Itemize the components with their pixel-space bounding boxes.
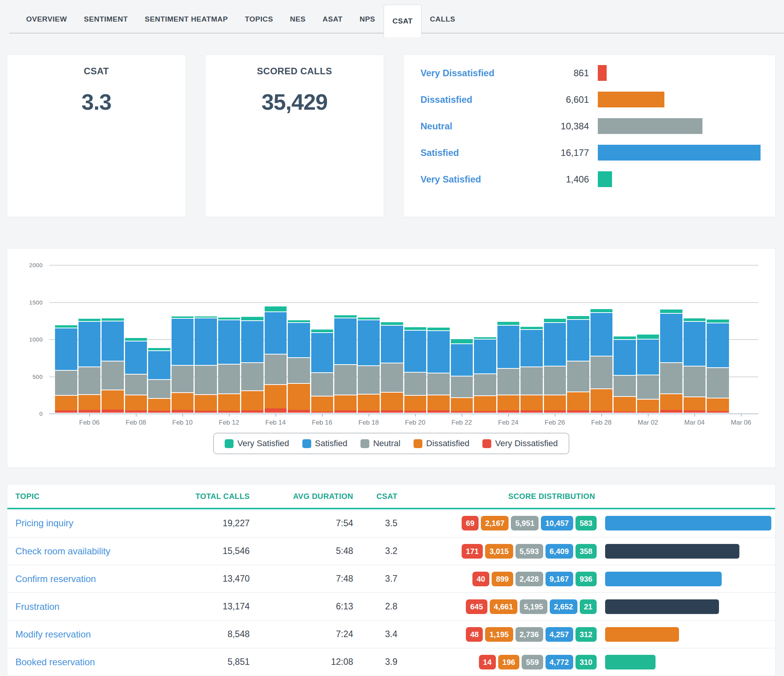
stacked-bar-mar-05 xyxy=(707,319,729,413)
x-axis-label: Feb 16 xyxy=(312,419,332,427)
tab-calls[interactable]: CALLS xyxy=(422,5,464,33)
score-badge: 4,257 xyxy=(545,627,573,642)
x-axis-tick xyxy=(694,413,695,417)
topic-link[interactable]: Modify reservation xyxy=(15,629,154,640)
tab-overview[interactable]: OVERVIEW xyxy=(18,5,75,33)
avg-duration-value: 7:24 xyxy=(250,629,353,639)
scored-calls-card-value: 35,429 xyxy=(205,89,384,115)
topic-link[interactable]: Booked reservation xyxy=(15,657,154,668)
calls-volume-bar xyxy=(605,572,722,586)
avg-duration-value: 5:48 xyxy=(250,546,353,556)
bar-segment-very-dissatisfied xyxy=(358,411,380,413)
bar-segment-very-satisfied xyxy=(591,308,613,312)
x-axis-label: Mar 04 xyxy=(684,419,705,427)
bar-segment-neutral xyxy=(55,370,77,395)
x-axis-tick xyxy=(229,413,230,417)
bar-segment-satisfied xyxy=(195,318,217,365)
csat-card-value: 3.3 xyxy=(7,89,185,115)
score-badge: 312 xyxy=(575,627,597,642)
bar-segment-dissatisfied xyxy=(241,390,264,410)
distribution-row: Very Satisfied1,406 xyxy=(404,166,775,192)
bar-segment-dissatisfied xyxy=(520,395,543,410)
stacked-bar-feb-26 xyxy=(544,318,566,413)
score-badge: 5,195 xyxy=(520,599,547,614)
col-header-avg-duration: AVG DURATION xyxy=(250,492,353,501)
y-axis-label: 1500 xyxy=(12,299,43,305)
bar-segment-satisfied xyxy=(404,330,427,372)
score-badge: 4,772 xyxy=(545,655,573,669)
bar-segment-satisfied xyxy=(334,318,357,364)
bar-segment-very-dissatisfied xyxy=(567,410,589,413)
col-header-topic: TOPIC xyxy=(15,492,154,501)
topic-link[interactable]: Pricing inquiry xyxy=(15,518,154,529)
tab-topics[interactable]: TOPICS xyxy=(236,5,281,33)
bar-segment-dissatisfied xyxy=(544,395,566,410)
score-badge: 9,167 xyxy=(545,572,573,586)
x-axis-tick xyxy=(415,413,416,417)
total-calls-value: 5,851 xyxy=(154,657,250,667)
tab-csat[interactable]: CSAT xyxy=(384,5,421,37)
topic-link[interactable]: Frustration xyxy=(15,601,154,612)
bar-segment-very-satisfied xyxy=(520,326,543,329)
bar-segment-very-dissatisfied xyxy=(684,410,706,413)
score-badge: 1,195 xyxy=(485,627,513,642)
distribution-label: Neutral xyxy=(420,121,536,132)
score-badge: 2,652 xyxy=(550,599,577,614)
bar-segment-neutral xyxy=(125,374,147,395)
bar-segment-neutral xyxy=(288,357,310,383)
table-row: Confirm reservation13,4707:483.7408992,4… xyxy=(7,565,775,592)
topic-link[interactable]: Check room availability xyxy=(15,546,154,557)
x-axis-label: Feb 28 xyxy=(591,419,612,427)
tab-sentiment[interactable]: SENTIMENT xyxy=(75,5,136,33)
distribution-bar xyxy=(598,171,612,187)
bar-segment-dissatisfied xyxy=(381,392,403,410)
tab-sentiment-heatmap[interactable]: SENTIMENT HEATMAP xyxy=(136,5,236,33)
score-badge: 14 xyxy=(479,655,496,669)
tab-nes[interactable]: NES xyxy=(282,5,314,33)
csat-value: 2.8 xyxy=(353,601,397,612)
distribution-row: Dissatisfied6,601 xyxy=(404,86,775,113)
distribution-value: 16,177 xyxy=(536,147,589,158)
y-axis-label: 1000 xyxy=(12,336,43,343)
bar-segment-satisfied xyxy=(55,328,77,370)
bar-segment-very-dissatisfied xyxy=(148,411,170,413)
legend-item-dissatisfied[interactable]: Dissatisfied xyxy=(414,438,469,448)
bar-segment-neutral xyxy=(591,356,613,388)
legend-item-very-dissatisfied[interactable]: Very Dissatisfied xyxy=(482,438,558,448)
score-badge: 48 xyxy=(466,627,483,642)
stacked-bar-feb-17 xyxy=(334,315,357,413)
score-badges: 6454,6615,1952,65221 xyxy=(397,599,597,614)
bar-segment-very-dissatisfied xyxy=(707,411,729,413)
y-axis-label: 0 xyxy=(12,410,43,417)
score-badge: 583 xyxy=(575,516,597,530)
legend-item-neutral[interactable]: Neutral xyxy=(360,438,400,448)
bar-segment-satisfied xyxy=(637,339,659,375)
x-axis-tick xyxy=(648,413,649,417)
bar-segment-satisfied xyxy=(102,321,124,361)
x-axis-tick xyxy=(508,413,509,417)
stacked-bar-mar-04 xyxy=(684,318,706,413)
bar-segment-very-dissatisfied xyxy=(195,411,217,413)
score-badges: 1713,0155,5936,409358 xyxy=(397,544,597,559)
score-badge: 4,661 xyxy=(490,599,517,614)
distribution-row: Very Dissatisfied861 xyxy=(404,60,775,86)
legend-item-very-satisfied[interactable]: Very Satisfied xyxy=(225,438,289,448)
stacked-bar-feb-06 xyxy=(78,318,101,413)
bar-segment-neutral xyxy=(78,366,101,394)
bar-segment-very-dissatisfied xyxy=(55,410,77,413)
avg-duration-value: 7:54 xyxy=(250,518,353,529)
tab-asat[interactable]: ASAT xyxy=(314,5,351,33)
x-axis-tick xyxy=(555,413,555,417)
bar-segment-very-dissatisfied xyxy=(520,410,543,413)
bar-segment-very-satisfied xyxy=(544,318,566,322)
distribution-bar xyxy=(598,92,664,107)
tab-nps[interactable]: NPS xyxy=(351,5,384,33)
bar-segment-dissatisfied xyxy=(195,394,217,411)
bar-segment-very-satisfied xyxy=(427,327,450,330)
bar-segment-very-dissatisfied xyxy=(451,411,473,413)
bar-segment-satisfied xyxy=(288,322,310,357)
bar-segment-very-satisfied xyxy=(311,329,334,332)
x-axis-tick xyxy=(369,413,369,417)
legend-item-satisfied[interactable]: Satisfied xyxy=(302,438,347,448)
topic-link[interactable]: Confirm reservation xyxy=(15,574,154,584)
